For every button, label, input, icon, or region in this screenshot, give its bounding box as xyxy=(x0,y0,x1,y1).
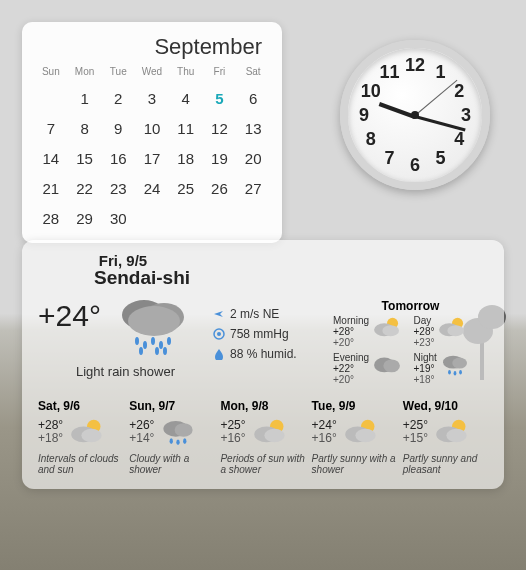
clock-num-4: 4 xyxy=(454,129,464,150)
calendar-day[interactable]: 18 xyxy=(169,147,203,171)
weather-widget[interactable]: Fri, 9/5 Sendai-shi +24° Light rain sho xyxy=(22,240,504,489)
svg-point-7 xyxy=(167,337,171,345)
svg-point-42 xyxy=(446,429,466,443)
calendar-day[interactable]: 23 xyxy=(101,177,135,201)
rain-icon xyxy=(437,352,470,385)
calendar-day[interactable]: 16 xyxy=(101,147,135,171)
svg-point-23 xyxy=(448,370,451,375)
calendar-day[interactable]: 8 xyxy=(68,117,102,141)
weather-now: +24° Light rain shower xyxy=(38,293,213,385)
forecast-day: Mon, 9/8 +25°+16° Periods of sun with a … xyxy=(220,399,305,475)
calendar-day[interactable]: 29 xyxy=(68,207,102,231)
svg-point-4 xyxy=(143,341,147,349)
forecast-date: Sat, 9/6 xyxy=(38,399,123,413)
calendar-day[interactable]: 1 xyxy=(68,87,102,111)
weather-forecast: Sat, 9/6 +28°+18° Intervals of clouds an… xyxy=(38,399,488,475)
calendar-dow: Thu xyxy=(169,66,203,81)
tomorrow-hi: +28° xyxy=(414,326,435,337)
forecast-date: Sun, 9/7 xyxy=(129,399,214,413)
calendar-dow: Sat xyxy=(236,66,270,81)
forecast-date: Tue, 9/9 xyxy=(312,399,397,413)
calendar-day[interactable]: 10 xyxy=(135,117,169,141)
calendar-day[interactable]: 15 xyxy=(68,147,102,171)
calendar-day[interactable]: 11 xyxy=(169,117,203,141)
clock-num-12: 12 xyxy=(405,55,425,76)
svg-point-20 xyxy=(383,359,400,372)
calendar-day[interactable]: 19 xyxy=(203,147,237,171)
clock-num-2: 2 xyxy=(454,80,464,101)
tomorrow-lo: +23° xyxy=(414,337,435,348)
calendar-day[interactable]: 22 xyxy=(68,177,102,201)
calendar-day[interactable]: 17 xyxy=(135,147,169,171)
tomorrow-lo: +20° xyxy=(333,374,369,385)
clock-num-5: 5 xyxy=(435,147,445,168)
calendar-day[interactable]: 26 xyxy=(203,177,237,201)
svg-point-15 xyxy=(383,325,400,336)
clock-num-8: 8 xyxy=(366,129,376,150)
clock-num-3: 3 xyxy=(461,105,471,126)
clock-num-10: 10 xyxy=(361,80,381,101)
calendar-day[interactable]: 3 xyxy=(135,87,169,111)
calendar-dow: Wed xyxy=(135,66,169,81)
calendar-day[interactable]: 20 xyxy=(236,147,270,171)
calendar-day[interactable]: 13 xyxy=(236,117,270,141)
tomorrow-title: Tomorrow xyxy=(333,299,488,313)
forecast-desc: Periods of sun with a shower xyxy=(220,453,305,475)
clock-hour-hand xyxy=(379,102,416,119)
tomorrow-hi: +19° xyxy=(414,363,437,374)
calendar-day[interactable]: 24 xyxy=(135,177,169,201)
calendar-day[interactable]: 21 xyxy=(34,177,68,201)
wind-icon xyxy=(213,308,225,320)
calendar-grid: SunMonTueWedThuFriSat1234567891011121314… xyxy=(34,66,270,231)
svg-point-6 xyxy=(159,341,163,349)
tomorrow-part: Night+19°+18° xyxy=(414,352,489,385)
calendar-day[interactable]: 14 xyxy=(34,147,68,171)
calendar-day[interactable]: 28 xyxy=(34,207,68,231)
calendar-day[interactable]: 27 xyxy=(236,177,270,201)
calendar-dow: Tue xyxy=(101,66,135,81)
cloud-icon xyxy=(369,352,402,385)
svg-point-30 xyxy=(175,423,193,437)
tomorrow-part: Evening+22°+20° xyxy=(333,352,408,385)
humidity-icon xyxy=(213,348,225,360)
forecast-desc: Partly sunny with a shower xyxy=(312,453,397,475)
svg-point-32 xyxy=(177,439,180,445)
calendar-day[interactable]: 4 xyxy=(169,87,203,111)
forecast-lo: +16° xyxy=(220,432,245,445)
forecast-day: Tue, 9/9 +24°+16° Partly sunny with a sh… xyxy=(312,399,397,475)
calendar-day[interactable]: 6 xyxy=(236,87,270,111)
svg-point-8 xyxy=(139,347,143,355)
calendar-day[interactable]: 5 xyxy=(203,87,237,111)
weather-humidity: 88 % humid. xyxy=(230,347,297,361)
clock-num-7: 7 xyxy=(385,147,395,168)
forecast-lo: +15° xyxy=(403,432,428,445)
clock-widget[interactable]: 12 1 2 3 4 5 6 7 8 9 10 11 xyxy=(340,40,490,190)
weather-tomorrow: Tomorrow Morning+28°+20°Day+28°+23°Eveni… xyxy=(333,293,488,385)
clock-num-6: 6 xyxy=(410,154,420,175)
calendar-day[interactable]: 2 xyxy=(101,87,135,111)
calendar-day[interactable]: 30 xyxy=(101,207,135,231)
forecast-desc: Cloudy with a shower xyxy=(129,453,214,475)
calendar-dow: Fri xyxy=(203,66,237,81)
tomorrow-lo: +18° xyxy=(414,374,437,385)
calendar-widget[interactable]: September SunMonTueWedThuFriSat123456789… xyxy=(22,22,282,243)
calendar-day[interactable]: 9 xyxy=(101,117,135,141)
tomorrow-part-label: Night xyxy=(414,352,437,363)
calendar-dow: Mon xyxy=(68,66,102,81)
svg-point-33 xyxy=(183,438,186,444)
svg-point-2 xyxy=(128,306,180,336)
tomorrow-part: Day+28°+23° xyxy=(414,315,489,348)
pressure-icon xyxy=(213,328,225,340)
calendar-day[interactable]: 25 xyxy=(169,177,203,201)
calendar-day[interactable]: 7 xyxy=(34,117,68,141)
partly-icon xyxy=(369,315,402,348)
partly-icon xyxy=(434,315,467,348)
calendar-day[interactable]: 12 xyxy=(203,117,237,141)
clock-second-hand xyxy=(415,80,458,116)
svg-point-36 xyxy=(264,429,284,443)
partly-icon xyxy=(69,416,105,448)
weather-pressure: 758 mmHg xyxy=(230,327,289,341)
svg-point-25 xyxy=(459,370,462,375)
forecast-day: Sat, 9/6 +28°+18° Intervals of clouds an… xyxy=(38,399,123,475)
clock-num-9: 9 xyxy=(359,105,369,126)
